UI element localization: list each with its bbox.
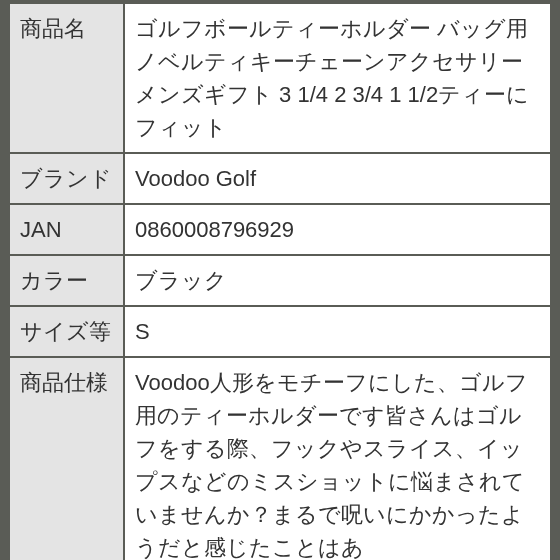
table-row: サイズ等 S: [9, 306, 551, 357]
value-product-name: ゴルフボールティーホルダー バッグ用ノベルティキーチェーンアクセサリー メンズギ…: [124, 3, 551, 153]
label-color: カラー: [9, 255, 124, 306]
value-color: ブラック: [124, 255, 551, 306]
value-brand: Voodoo Golf: [124, 153, 551, 204]
value-jan: 0860008796929: [124, 204, 551, 255]
table-row: 商品仕様 Voodoo人形をモチーフにした、ゴルフ用のティーホルダーです皆さんは…: [9, 357, 551, 560]
table-row: カラー ブラック: [9, 255, 551, 306]
table-row: ブランド Voodoo Golf: [9, 153, 551, 204]
value-spec: Voodoo人形をモチーフにした、ゴルフ用のティーホルダーです皆さんはゴルフをす…: [124, 357, 551, 560]
value-size: S: [124, 306, 551, 357]
product-details-table: 商品名 ゴルフボールティーホルダー バッグ用ノベルティキーチェーンアクセサリー …: [8, 2, 552, 560]
label-jan: JAN: [9, 204, 124, 255]
table-row: JAN 0860008796929: [9, 204, 551, 255]
label-size: サイズ等: [9, 306, 124, 357]
label-spec: 商品仕様: [9, 357, 124, 560]
label-brand: ブランド: [9, 153, 124, 204]
table-row: 商品名 ゴルフボールティーホルダー バッグ用ノベルティキーチェーンアクセサリー …: [9, 3, 551, 153]
label-product-name: 商品名: [9, 3, 124, 153]
